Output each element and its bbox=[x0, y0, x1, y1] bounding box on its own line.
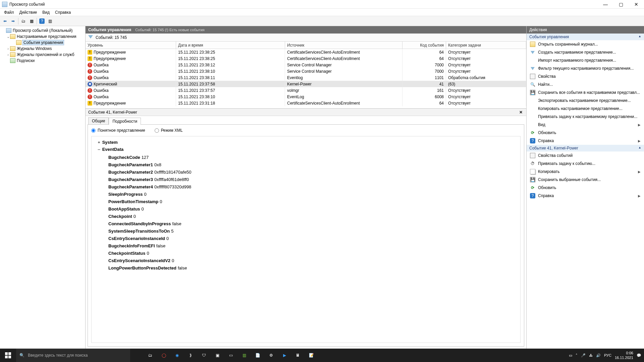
table-row[interactable]: !Ошибка15.11.2021 23:38:10EventLog6008От… bbox=[86, 94, 526, 100]
menubar: Файл Действие Вид Справка bbox=[0, 9, 644, 16]
task-icon[interactable]: ▭ bbox=[224, 349, 237, 362]
tree-custom-views[interactable]: ⌄Настраиваемые представления bbox=[1, 34, 85, 40]
close-button[interactable]: ✕ bbox=[629, 0, 644, 9]
action-item[interactable]: 💾Сохранить выбранные события... bbox=[527, 176, 644, 184]
action-item[interactable]: Свойства событий bbox=[527, 152, 644, 160]
actions-section-2[interactable]: Событие 41, Kernel-Power▲ bbox=[527, 145, 644, 152]
action-item[interactable]: Привязать задачу к настраиваемому предст… bbox=[527, 113, 644, 121]
action-item[interactable]: Вид▶ bbox=[527, 121, 644, 129]
back-button[interactable]: ⬅ bbox=[1, 17, 9, 25]
maximize-button[interactable]: ▢ bbox=[613, 0, 629, 9]
radio-xml-input[interactable] bbox=[155, 128, 159, 133]
open-icon bbox=[530, 42, 535, 47]
table-row[interactable]: !Предупреждение15.11.2021 23:38:25Certif… bbox=[86, 55, 526, 62]
tray-lang[interactable]: РУС bbox=[604, 353, 611, 357]
action-item[interactable]: Создать настраиваемое представление... bbox=[527, 48, 644, 56]
task-icon[interactable]: ◉ bbox=[170, 349, 184, 362]
eventdata-node[interactable]: – EventData bbox=[97, 147, 515, 152]
action-item[interactable]: Экспортировать настраиваемое представлен… bbox=[527, 97, 644, 105]
action-item[interactable]: Копировать настраиваемое представление..… bbox=[527, 105, 644, 113]
action-label: Копировать bbox=[538, 169, 560, 174]
radio-xml[interactable]: Режим XML bbox=[155, 128, 183, 133]
action-item[interactable]: ?Справка▶ bbox=[527, 192, 644, 200]
task-icon[interactable]: 🖩 bbox=[291, 349, 305, 362]
details-tab-body: Понятное представление Режим XML + Syste… bbox=[88, 124, 524, 347]
system-tray[interactable]: ▭ ˄ 🎤 🖧 🔊 РУС 0:06 16.11.2021 💬 bbox=[569, 351, 644, 360]
toolbar-button-3[interactable]: ▥ bbox=[46, 17, 54, 25]
radio-friendly-input[interactable] bbox=[91, 128, 96, 133]
action-item[interactable]: 💾Сохранить все события в настраиваемом п… bbox=[527, 88, 644, 97]
action-item[interactable]: ⟳Обновить bbox=[527, 129, 644, 137]
action-item[interactable]: Фильтр текущего настраиваемого представл… bbox=[527, 64, 644, 72]
details-close-button[interactable]: ✕ bbox=[518, 110, 524, 115]
col-id[interactable]: Код события bbox=[402, 42, 446, 49]
grid-header[interactable]: Уровень Дата и время Источник Код событи… bbox=[86, 42, 526, 49]
toolbar-button-2[interactable]: ▦ bbox=[28, 17, 35, 25]
menu-file[interactable]: Файл bbox=[1, 9, 17, 15]
crit-icon: ✖ bbox=[88, 82, 92, 86]
task-icon[interactable]: 🛡 bbox=[197, 349, 211, 362]
tray-clock[interactable]: 0:06 16.11.2021 bbox=[615, 351, 633, 360]
table-row[interactable]: ✖Критический15.11.2021 23:37:58Kernel-Po… bbox=[86, 81, 526, 87]
col-task[interactable]: Категория задачи bbox=[446, 42, 526, 49]
tray-icon[interactable]: ▭ bbox=[569, 353, 572, 358]
menu-view[interactable]: Вид bbox=[40, 9, 52, 15]
task-icon[interactable]: ⚙ bbox=[264, 349, 278, 362]
tray-volume-icon[interactable]: 🔊 bbox=[596, 353, 601, 358]
tray-chevron-icon[interactable]: ˄ bbox=[576, 353, 578, 358]
tree-root[interactable]: Просмотр событий (Локальный) bbox=[1, 27, 85, 34]
action-item[interactable]: Открыть сохраненный журнал... bbox=[527, 40, 644, 48]
grid-body[interactable]: !Предупреждение15.11.2021 23:38:25Certif… bbox=[86, 49, 526, 108]
event-data-view[interactable]: + System – EventData BugcheckCode127Bugc… bbox=[91, 136, 521, 343]
tray-network-icon[interactable]: 🖧 bbox=[589, 353, 593, 357]
tray-mic-icon[interactable]: 🎤 bbox=[581, 353, 586, 358]
start-button[interactable] bbox=[0, 349, 16, 362]
action-item[interactable]: ⟳Обновить bbox=[527, 184, 644, 192]
action-item[interactable]: ?Справка▶ bbox=[527, 137, 644, 145]
task-icon[interactable]: ⟫ bbox=[184, 349, 197, 362]
task-icon[interactable]: 🗂 bbox=[144, 349, 157, 362]
blank-icon bbox=[530, 98, 535, 103]
table-row[interactable]: !Ошибка15.11.2021 23:38:11Eventlog1101Об… bbox=[86, 74, 526, 81]
show-tree-button[interactable]: 🗂 bbox=[20, 17, 27, 25]
task-icon[interactable]: ▥ bbox=[237, 349, 251, 362]
task-icon[interactable]: ◯ bbox=[157, 349, 170, 362]
event-data-row: BugcheckParameter10x8 bbox=[108, 161, 515, 169]
menu-action[interactable]: Действие bbox=[17, 9, 40, 15]
action-item[interactable]: Свойства bbox=[527, 72, 644, 80]
tree-app-logs[interactable]: ›Журналы приложений и служб bbox=[1, 52, 85, 58]
table-row[interactable]: !Ошибка15.11.2021 23:38:12Service Contro… bbox=[86, 62, 526, 68]
radio-friendly[interactable]: Понятное представление bbox=[91, 128, 145, 133]
tree-subscriptions[interactable]: Подписки bbox=[1, 58, 85, 64]
task-icon[interactable]: ▶ bbox=[278, 349, 291, 362]
action-item[interactable]: Копировать▶ bbox=[527, 168, 644, 176]
action-item[interactable]: Импорт настраиваемого представления... bbox=[527, 56, 644, 64]
minimize-button[interactable]: — bbox=[598, 0, 613, 9]
action-item[interactable]: 🔍Найти... bbox=[527, 80, 644, 88]
task-icon[interactable]: 📄 bbox=[251, 349, 264, 362]
table-row[interactable]: !Предупреждение15.11.2021 23:38:25Certif… bbox=[86, 49, 526, 55]
tree-admin-events[interactable]: События управления bbox=[1, 40, 85, 46]
menu-help[interactable]: Справка bbox=[52, 9, 73, 15]
forward-button[interactable]: ➡ bbox=[9, 17, 17, 25]
col-date[interactable]: Дата и время bbox=[176, 42, 285, 49]
taskbar-search[interactable]: 🔍 Введите здесь текст для поиска bbox=[16, 349, 130, 362]
task-icon[interactable]: 📝 bbox=[305, 349, 318, 362]
tab-general[interactable]: Общие bbox=[88, 117, 109, 124]
tray-notifications-icon[interactable]: 💬 bbox=[637, 353, 641, 358]
task-icon[interactable]: ▣ bbox=[211, 349, 224, 362]
col-source[interactable]: Источник bbox=[285, 42, 402, 49]
action-label: Фильтр текущего настраиваемого представл… bbox=[538, 66, 634, 71]
event-data-row: LongPowerButtonPressDetectedfalse bbox=[108, 264, 515, 272]
table-row[interactable]: !Ошибка15.11.2021 23:38:10Service Contro… bbox=[86, 68, 526, 74]
tree-windows-logs[interactable]: ›Журналы Windows bbox=[1, 46, 85, 52]
tree-pane[interactable]: Просмотр событий (Локальный) ⌄Настраивае… bbox=[0, 26, 86, 349]
col-level[interactable]: Уровень bbox=[86, 42, 176, 49]
system-node[interactable]: + System bbox=[97, 140, 515, 145]
tab-details[interactable]: Подробности bbox=[109, 118, 141, 125]
table-row[interactable]: !Предупреждение15.11.2021 23:31:18Certif… bbox=[86, 100, 526, 106]
table-row[interactable]: !Ошибка15.11.2021 23:37:57volmgr161Отсут… bbox=[86, 87, 526, 94]
help-button[interactable]: ? bbox=[38, 17, 46, 25]
action-item[interactable]: ⏱Привязать задачу к событию... bbox=[527, 160, 644, 168]
actions-section-1[interactable]: События управления▲ bbox=[527, 34, 644, 40]
